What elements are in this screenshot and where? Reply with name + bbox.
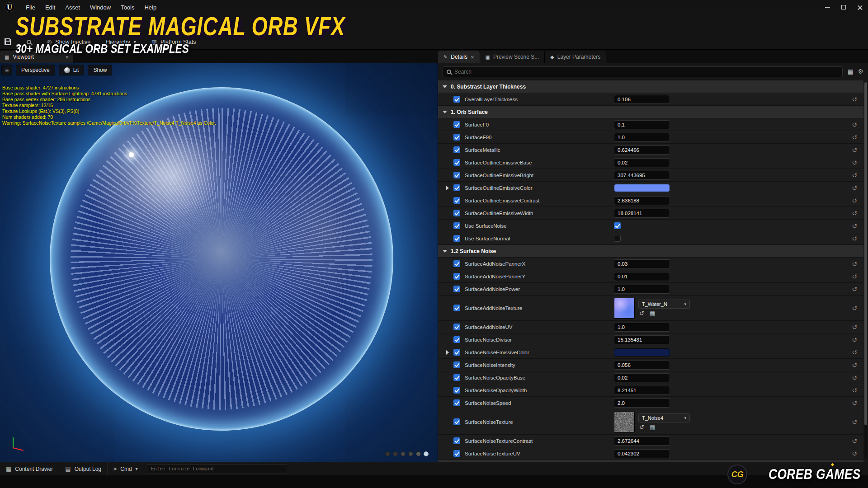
- texture-select[interactable]: T_Water_N▾: [638, 300, 690, 309]
- override-checkbox[interactable]: [453, 210, 460, 216]
- override-checkbox[interactable]: [453, 437, 460, 444]
- use-selected-icon[interactable]: ↺: [639, 310, 644, 316]
- tab-viewport[interactable]: ▦ Viewport ×: [0, 51, 73, 63]
- override-checkbox[interactable]: [453, 146, 460, 153]
- override-checkbox[interactable]: [453, 336, 460, 343]
- viewport-options-button[interactable]: ≡: [1, 65, 12, 75]
- value-checkbox[interactable]: [614, 235, 621, 242]
- reset-icon[interactable]: ↺: [852, 324, 857, 331]
- value-input[interactable]: 2.636188: [614, 196, 670, 205]
- value-input[interactable]: 0.624466: [614, 145, 670, 155]
- menu-item-asset[interactable]: Asset: [60, 0, 85, 14]
- reset-icon[interactable]: ↺: [852, 349, 857, 356]
- scrollbar-thumb[interactable]: [864, 82, 867, 425]
- value-input[interactable]: 0.106: [614, 95, 670, 104]
- minimize-button[interactable]: [819, 0, 835, 14]
- reset-icon[interactable]: ↺: [852, 305, 857, 312]
- reset-icon[interactable]: ↺: [852, 134, 857, 141]
- reset-icon[interactable]: ↺: [852, 336, 857, 343]
- override-checkbox[interactable]: [453, 286, 460, 292]
- value-input[interactable]: 2.672644: [614, 436, 670, 446]
- menu-item-edit[interactable]: Edit: [40, 0, 60, 14]
- reset-icon[interactable]: ↺: [852, 361, 857, 369]
- value-input[interactable]: 1.0: [614, 133, 670, 142]
- reset-icon[interactable]: ↺: [852, 418, 857, 426]
- viewport-dot-button[interactable]: [424, 451, 429, 456]
- show-flags-button[interactable]: Show: [88, 65, 112, 75]
- tab-close-icon[interactable]: ×: [65, 54, 69, 61]
- color-swatch[interactable]: [614, 184, 670, 192]
- override-checkbox[interactable]: [453, 172, 460, 178]
- tab-close-icon[interactable]: ×: [471, 54, 474, 61]
- use-selected-icon[interactable]: ↺: [639, 424, 644, 430]
- reset-icon[interactable]: ↺: [852, 210, 857, 217]
- menu-item-window[interactable]: Window: [85, 0, 116, 14]
- section-collapse-icon[interactable]: [443, 250, 447, 253]
- override-checkbox[interactable]: [453, 361, 460, 368]
- maximize-button[interactable]: [835, 0, 852, 14]
- reset-icon[interactable]: ↺: [852, 184, 857, 192]
- value-input[interactable]: 0.1: [614, 120, 670, 129]
- section-header[interactable]: 1. Orb Surface: [438, 106, 863, 118]
- texture-select[interactable]: T_Noise4▾: [638, 413, 690, 422]
- value-input[interactable]: 18.028141: [614, 209, 670, 218]
- show-inactive-button[interactable]: ◎ Show Inactive: [47, 39, 90, 45]
- override-checkbox[interactable]: [453, 260, 460, 267]
- value-input[interactable]: 8.21451: [614, 386, 670, 395]
- override-checkbox[interactable]: [453, 399, 460, 406]
- texture-thumbnail[interactable]: [614, 412, 635, 432]
- viewport-dot-button[interactable]: [416, 451, 421, 456]
- section-collapse-icon[interactable]: [443, 85, 447, 88]
- override-checkbox[interactable]: [453, 349, 460, 356]
- section-collapse-icon[interactable]: [443, 111, 447, 113]
- override-checkbox[interactable]: [453, 96, 460, 103]
- reset-icon[interactable]: ↺: [852, 437, 857, 445]
- browse-icon[interactable]: ▦: [650, 310, 655, 316]
- override-checkbox[interactable]: [453, 374, 460, 381]
- viewport-dot-button[interactable]: [385, 451, 390, 456]
- search-input[interactable]: [454, 69, 839, 75]
- texture-thumbnail[interactable]: [614, 298, 635, 319]
- display-options-icon[interactable]: ▦: [848, 68, 854, 75]
- override-checkbox[interactable]: [453, 159, 460, 166]
- reset-icon[interactable]: ↺: [852, 235, 857, 242]
- value-input[interactable]: 1.0: [614, 285, 670, 294]
- reset-icon[interactable]: ↺: [852, 172, 857, 179]
- lit-mode-button[interactable]: Lit: [59, 65, 85, 75]
- override-checkbox[interactable]: [453, 134, 460, 141]
- expand-icon[interactable]: [446, 186, 449, 190]
- reset-icon[interactable]: ↺: [852, 197, 857, 204]
- reset-icon[interactable]: ↺: [852, 146, 857, 154]
- content-drawer-button[interactable]: ▦ Content Drawer: [0, 462, 59, 475]
- reset-icon[interactable]: ↺: [852, 260, 857, 267]
- section-header[interactable]: 1.2 Surface Noise: [438, 245, 863, 258]
- override-checkbox[interactable]: [453, 418, 460, 425]
- menu-item-file[interactable]: File: [21, 0, 40, 14]
- override-checkbox[interactable]: [453, 387, 460, 394]
- hierarchy-button[interactable]: Hierarchy ▾: [106, 39, 136, 45]
- reset-icon[interactable]: ↺: [852, 222, 857, 230]
- viewport-dot-button[interactable]: [393, 451, 398, 456]
- value-input[interactable]: 0.02: [614, 373, 670, 382]
- output-log-button[interactable]: ▤ Output Log: [59, 462, 108, 475]
- override-checkbox[interactable]: [453, 450, 460, 457]
- section-header[interactable]: 0. Substrast Layer Thickness: [438, 80, 863, 93]
- console-command-input[interactable]: [147, 464, 287, 474]
- browse-icon[interactable]: ▦: [650, 424, 655, 430]
- menu-item-tools[interactable]: Tools: [116, 0, 139, 14]
- menu-item-help[interactable]: Help: [139, 0, 161, 14]
- reset-icon[interactable]: ↺: [852, 286, 857, 293]
- override-checkbox[interactable]: [453, 222, 460, 229]
- reset-icon[interactable]: ↺: [852, 450, 857, 457]
- browse-button[interactable]: [27, 40, 31, 44]
- override-checkbox[interactable]: [453, 197, 460, 204]
- value-input[interactable]: 1.0: [614, 323, 670, 332]
- value-input[interactable]: 0.03: [614, 259, 670, 268]
- gear-icon[interactable]: ⚙: [858, 68, 863, 75]
- reset-icon[interactable]: ↺: [852, 374, 857, 381]
- override-checkbox[interactable]: [453, 305, 460, 311]
- color-swatch[interactable]: [614, 348, 670, 357]
- tab-layer-parameters[interactable]: ◆Layer Parameters: [545, 51, 606, 63]
- viewport[interactable]: ≡ Perspective Lit Show Base pass shader:…: [0, 63, 438, 462]
- save-button[interactable]: [5, 38, 11, 45]
